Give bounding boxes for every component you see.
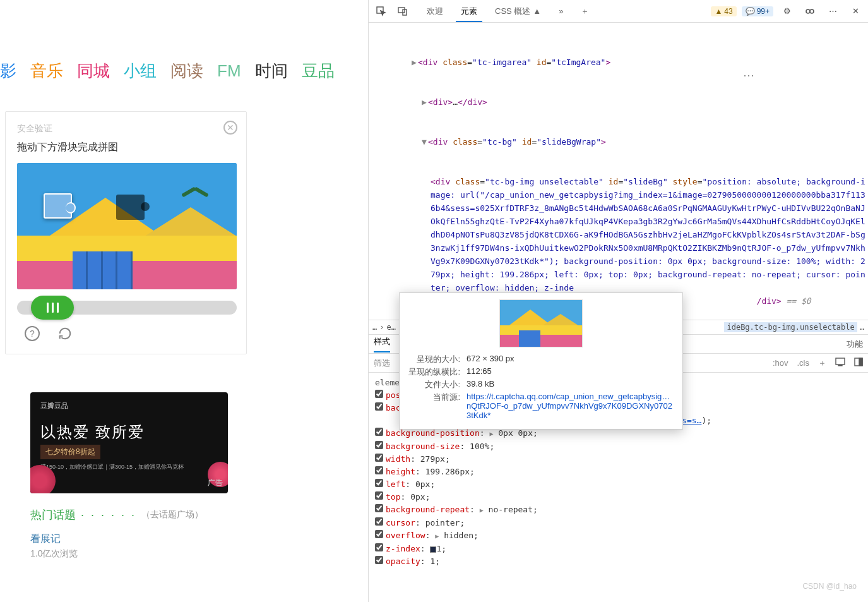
hot-dots: · · · · · · bbox=[81, 509, 136, 522]
dom-overflow-icon[interactable]: ⋯ bbox=[743, 68, 755, 82]
svg-rect-5 bbox=[836, 358, 845, 364]
hov-toggle[interactable]: :hov bbox=[773, 358, 788, 368]
hot-item-link[interactable]: 看展记 bbox=[30, 533, 61, 544]
device-icon2[interactable] bbox=[835, 358, 845, 368]
rule-check[interactable] bbox=[375, 466, 383, 474]
slider-track[interactable] bbox=[17, 301, 237, 315]
ad-terms: 满150-10，加赠冷感口罩｜满300-15，加赠遇见你马克杯 bbox=[40, 463, 218, 471]
captcha-panel: 安全验证 ✕ 拖动下方滑块完成拼图 ? bbox=[5, 111, 247, 354]
messages-badge[interactable]: 💬 99+ bbox=[742, 6, 773, 16]
svg-rect-1 bbox=[398, 8, 405, 13]
settings-icon[interactable]: ⚙ bbox=[778, 3, 796, 20]
nav-doupin[interactable]: 豆品 bbox=[302, 60, 335, 82]
close-devtools-icon[interactable]: ✕ bbox=[847, 3, 864, 20]
rule-check[interactable] bbox=[375, 491, 383, 500]
rule-check[interactable] bbox=[375, 390, 383, 398]
captcha-image[interactable] bbox=[17, 163, 237, 289]
device-icon[interactable] bbox=[394, 3, 412, 20]
main-nav: 影 音乐 同城 小组 阅读 FM 时间 豆品 bbox=[0, 60, 368, 93]
nav-fm[interactable]: FM bbox=[217, 61, 241, 81]
watermark: CSDN @id_hao bbox=[802, 582, 857, 591]
rule-check[interactable] bbox=[375, 402, 383, 411]
selected-dom-node[interactable]: <div class="tc-bg-img unselectable" id="… bbox=[375, 175, 865, 308]
hot-item: 看展记 1.0亿次浏览 bbox=[30, 533, 368, 560]
captcha-title: 安全验证 bbox=[17, 123, 235, 135]
dom-tree[interactable]: ▶<div class="tc-imgarea" id="tcImgArea">… bbox=[369, 23, 868, 320]
link-icon[interactable] bbox=[801, 3, 819, 20]
page-left: 影 音乐 同城 小组 阅读 FM 时间 豆品 安全验证 ✕ 拖动下方滑块完成拼图… bbox=[0, 0, 368, 602]
rule-check[interactable] bbox=[375, 504, 383, 512]
tooltip-thumbnail bbox=[499, 299, 583, 347]
tab-welcome[interactable]: 欢迎 bbox=[418, 0, 452, 22]
close-icon[interactable]: ✕ bbox=[223, 121, 237, 135]
rule-check[interactable] bbox=[375, 454, 383, 462]
new-rule-icon[interactable]: ＋ bbox=[818, 358, 826, 369]
cls-toggle[interactable]: .cls bbox=[797, 358, 810, 368]
nav-music[interactable]: 音乐 bbox=[30, 60, 63, 82]
captcha-instruction: 拖动下方滑块完成拼图 bbox=[17, 141, 235, 154]
help-icon[interactable]: ? bbox=[25, 326, 40, 341]
ad-banner[interactable]: 豆瓣豆品 以热爱 致所爱 七夕特价8折起 满150-10，加赠冷感口罩｜满300… bbox=[30, 392, 228, 493]
panel-icon[interactable] bbox=[854, 358, 863, 368]
tab-css-overview[interactable]: CSS 概述 ▲ bbox=[486, 0, 550, 22]
nav-shijian[interactable]: 时间 bbox=[255, 60, 288, 82]
rule-check[interactable] bbox=[375, 556, 383, 564]
nav-yuedu[interactable]: 阅读 bbox=[170, 60, 203, 82]
nav-movie[interactable]: 影 bbox=[0, 60, 16, 82]
refresh-icon[interactable] bbox=[57, 326, 73, 341]
svg-point-3 bbox=[806, 9, 810, 13]
rule-check[interactable] bbox=[375, 479, 383, 487]
rule-check[interactable] bbox=[375, 441, 383, 449]
styles-tab-style[interactable]: 样式 bbox=[374, 336, 390, 352]
svg-point-4 bbox=[810, 9, 814, 13]
hot-topics: 热门话题 · · · · · · （去话题广场） 看展记 1.0亿次浏览 bbox=[30, 507, 368, 560]
svg-rect-8 bbox=[859, 358, 862, 366]
tooltip-source-link[interactable]: https://t.captcha.qq.com/cap_union_new_g… bbox=[467, 392, 674, 420]
inspect-icon[interactable] bbox=[372, 3, 390, 20]
devtools-toolbar: 欢迎 元素 CSS 概述 ▲ » ＋ ▲ 43 💬 99+ ⚙ ⋯ ✕ bbox=[369, 0, 868, 23]
tab-add[interactable]: ＋ bbox=[572, 0, 598, 22]
puzzle-hole bbox=[116, 195, 145, 220]
ad-sub: 七夕特价8折起 bbox=[40, 445, 100, 459]
hot-item-views: 1.0亿次浏览 bbox=[30, 548, 368, 560]
styles-tab-perf[interactable]: 功能 bbox=[847, 339, 863, 350]
rule-check[interactable] bbox=[375, 543, 383, 551]
warnings-badge[interactable]: ▲ 43 bbox=[711, 6, 736, 16]
nav-tongcheng[interactable]: 同城 bbox=[77, 60, 110, 82]
nav-xiaozu[interactable]: 小组 bbox=[124, 60, 157, 82]
slider-handle[interactable] bbox=[31, 296, 74, 320]
ad-headline: 以热爱 致所爱 bbox=[40, 422, 218, 442]
rule-check[interactable] bbox=[375, 428, 383, 436]
ad-label: 广告 bbox=[208, 478, 223, 488]
image-hover-tooltip: 呈现的大小:672 × 390 px 呈现的纵横比:112:65 文件大小:39… bbox=[399, 292, 683, 430]
hot-go-link[interactable]: （去话题广场） bbox=[141, 509, 203, 521]
tab-more[interactable]: » bbox=[550, 0, 572, 22]
ad-brand: 豆瓣豆品 bbox=[40, 401, 218, 411]
tab-elements[interactable]: 元素 bbox=[452, 0, 486, 22]
svg-rect-6 bbox=[838, 365, 842, 366]
rule-check[interactable] bbox=[375, 517, 383, 526]
rule-check[interactable] bbox=[375, 530, 383, 538]
hot-title: 热门话题 bbox=[30, 507, 76, 522]
filter-label[interactable]: 筛选 bbox=[374, 358, 390, 369]
puzzle-piece[interactable] bbox=[44, 193, 72, 219]
more-icon[interactable]: ⋯ bbox=[824, 3, 841, 20]
